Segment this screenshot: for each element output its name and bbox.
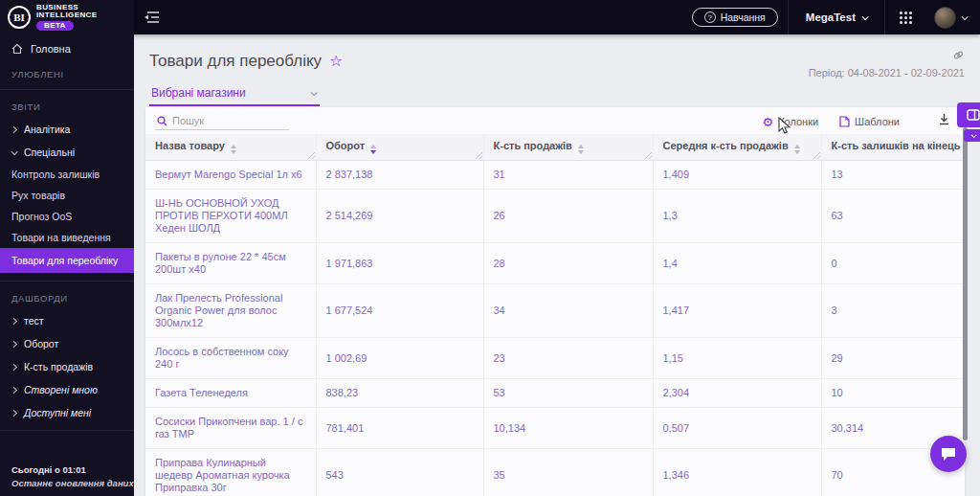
sidebar-dashboard-item[interactable]: К-сть продажів: [0, 355, 134, 378]
download-button[interactable]: [938, 112, 950, 129]
value-cell: 1,15: [653, 338, 821, 379]
column-resize-handle[interactable]: [475, 151, 482, 159]
value-cell: 10: [821, 379, 965, 408]
header-stock-end[interactable]: К-сть залишків на кінець періоду: [821, 134, 965, 161]
chat-button[interactable]: [930, 436, 967, 472]
product-name-cell[interactable]: Сосиски Прикопчени вар. 1 / с газ ТМР: [145, 408, 316, 449]
question-icon: ?: [704, 11, 716, 23]
sidebar-dashboard-item[interactable]: тест: [0, 309, 134, 332]
template-icon: [839, 116, 850, 127]
table-body: Вермут Marengo Special 1л х62 837,138311…: [145, 161, 965, 496]
value-cell: 34: [483, 284, 653, 338]
value-cell: 1,346: [653, 449, 821, 496]
table-row[interactable]: Пакеты в рулоне 22 * 45см 200шт х401 971…: [145, 243, 965, 284]
header-turnover[interactable]: Оборот: [316, 134, 483, 161]
sidebar-dashboard-item[interactable]: Створені мною: [0, 378, 134, 401]
group-label: Спеціальні: [24, 147, 75, 158]
side-panel-button[interactable]: [957, 102, 980, 127]
chevron-right-icon: [11, 125, 17, 132]
sidebar-report-item[interactable]: Товари для переобліку: [0, 248, 134, 273]
reports-sub-list: Контроль залишківРух товарівПрогноз OoSТ…: [0, 164, 134, 273]
workspace-name: MegaTest: [806, 11, 856, 23]
table-row[interactable]: Приправа Кулинарный шедевр Ароматная кур…: [145, 449, 965, 496]
table-toolbar: ⚙ Колонки Шаблони: [145, 107, 965, 134]
value-cell: 13: [821, 161, 965, 190]
home-label: Головна: [31, 43, 71, 55]
group-label: Аналітика: [24, 124, 70, 135]
panel-icon: [967, 109, 980, 121]
chevron-right-icon: [11, 363, 17, 370]
sidebar-group-analytics[interactable]: Аналітика: [0, 118, 134, 141]
value-cell: 1 677,524: [316, 284, 483, 338]
product-name-cell[interactable]: Лак Прелесть Professional Organic Power …: [145, 284, 316, 338]
sidebar-dashboard-item[interactable]: Оборот: [0, 332, 134, 355]
chevron-right-icon: [11, 340, 17, 347]
chevron-down-icon: [962, 13, 969, 20]
avatar: [934, 7, 956, 29]
header-avg-sales[interactable]: Середня к-сть продажів: [653, 134, 821, 161]
sort-icon: [794, 145, 800, 154]
sidebar-dashboard-item[interactable]: Доступні мені: [0, 401, 134, 424]
product-name-cell[interactable]: Ш-НЬ ОСНОВНОЙ УХОД ПРОТИВ ПЕРХОТИ 400МЛ …: [145, 190, 316, 243]
column-resize-handle[interactable]: [307, 151, 315, 159]
product-name-cell[interactable]: Лосось в собственном соку 240 г: [145, 338, 316, 379]
header-sales-count[interactable]: К-сть продажів: [483, 134, 653, 161]
top-bar: ? Навчання MegaTest: [0, 0, 980, 34]
user-menu[interactable]: [926, 0, 980, 34]
sidebar-divider: [0, 89, 134, 90]
dashboards-section-label: ДАШБОРДИ: [0, 285, 134, 309]
templates-label: Шаблони: [855, 116, 900, 127]
sidebar-report-item[interactable]: Прогноз OoS: [0, 206, 134, 227]
dashboards-list: тестОборотК-сть продажівСтворені мноюДос…: [0, 309, 134, 424]
table-row[interactable]: Вермут Marengo Special 1л х62 837,138311…: [145, 161, 965, 190]
apps-grid-button[interactable]: [885, 0, 926, 34]
product-name-cell[interactable]: Газета Теленеделя: [145, 379, 316, 408]
product-name-cell[interactable]: Приправа Кулинарный шедевр Ароматная кур…: [145, 449, 316, 496]
value-cell: 53: [483, 379, 653, 408]
column-resize-handle[interactable]: [813, 151, 820, 159]
dashboard-label: Створені мною: [24, 384, 98, 395]
header-product-name[interactable]: Назва товару: [145, 134, 316, 161]
search-input[interactable]: [172, 115, 285, 126]
chevron-right-icon: [11, 317, 17, 324]
value-cell: 1,4: [653, 243, 821, 284]
sort-icon-active: [370, 145, 376, 154]
templates-button[interactable]: Шаблони: [839, 116, 900, 127]
logo-bi-icon: BI: [8, 6, 31, 29]
sidebar-group-special[interactable]: Спеціальні: [0, 141, 134, 164]
product-name-cell[interactable]: Вермут Marengo Special 1л х6: [145, 161, 316, 190]
product-name-cell[interactable]: Пакеты в рулоне 22 * 45см 200шт х40: [145, 243, 316, 284]
value-cell: 26: [483, 190, 653, 243]
share-link-icon[interactable]: [952, 48, 965, 65]
sidebar-report-item[interactable]: Товари на виведення: [0, 227, 134, 248]
table-row[interactable]: Лак Прелесть Professional Organic Power …: [145, 284, 965, 338]
value-cell: 10,134: [483, 408, 653, 449]
sidebar-report-item[interactable]: Контроль залишків: [0, 164, 134, 185]
table-row[interactable]: Газета Теленеделя838,23532,30410: [145, 379, 965, 408]
table-row[interactable]: Ш-НЬ ОСНОВНОЙ УХОД ПРОТИВ ПЕРХОТИ 400МЛ …: [145, 190, 965, 243]
value-cell: 63: [821, 190, 965, 243]
side-panel-collapse-tab[interactable]: [964, 129, 980, 142]
value-cell: 29: [821, 338, 965, 379]
table-row[interactable]: Сосиски Прикопчени вар. 1 / с газ ТМР781…: [145, 408, 965, 449]
sidebar-item-home[interactable]: Головна: [0, 34, 134, 61]
sidebar-report-item[interactable]: Рух товарів: [0, 185, 134, 206]
column-resize-handle[interactable]: [644, 151, 652, 159]
value-cell: 1,417: [653, 284, 821, 338]
favorite-star-icon[interactable]: ☆: [329, 54, 343, 69]
chevron-down-icon: [11, 148, 18, 155]
sidebar-toggle-icon[interactable]: [144, 11, 161, 24]
main-content: Товари для переобліку ☆ Період: 04-08-20…: [134, 34, 980, 496]
value-cell: 781,401: [316, 408, 483, 449]
vertical-scrollbar[interactable]: [963, 127, 968, 440]
workspace-dropdown[interactable]: MegaTest: [789, 0, 884, 34]
search-box[interactable]: [155, 113, 289, 130]
columns-button[interactable]: ⚙ Колонки: [762, 116, 818, 128]
sort-icon: [231, 145, 236, 154]
table-row[interactable]: Лосось в собственном соку 240 г1 002,692…: [145, 338, 965, 379]
page-title: Товари для переобліку: [149, 52, 322, 71]
store-filter-select[interactable]: Вибрані магазини: [149, 82, 320, 106]
training-button[interactable]: ? Навчання: [692, 8, 778, 27]
app-logo[interactable]: BI BUSINESS INTELLIGENCE BETA: [0, 0, 134, 34]
sidebar-divider: [0, 430, 134, 431]
